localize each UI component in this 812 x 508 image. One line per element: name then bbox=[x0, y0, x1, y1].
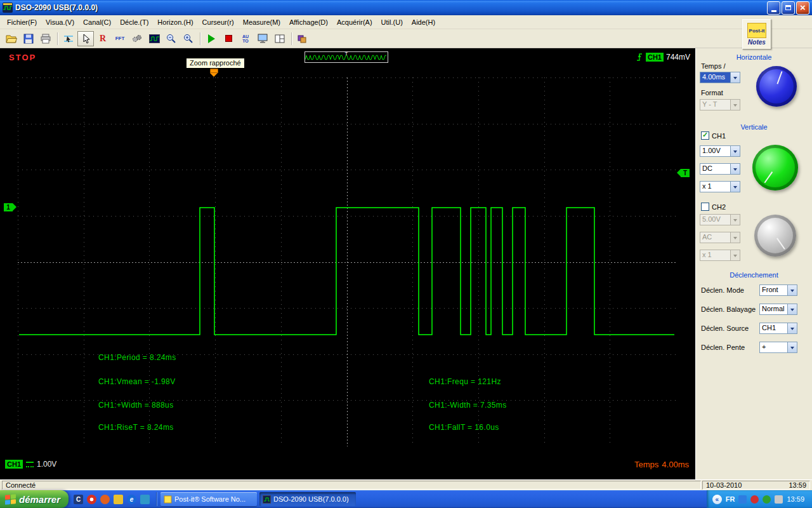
ch1-ground-marker[interactable]: 1 bbox=[4, 203, 13, 211]
menu-curseur[interactable]: Curseur(r) bbox=[198, 17, 239, 27]
taskbar: démarrer C e Post-it® Software No... DSO… bbox=[0, 490, 812, 508]
trigger-level-marker[interactable]: T bbox=[681, 169, 690, 177]
menu-decle[interactable]: Décle.(T) bbox=[115, 17, 153, 27]
task-dso[interactable]: DSO-2090 USB(7.0.0.0) bbox=[259, 492, 356, 506]
trigger-readout: CH1 744mV bbox=[636, 52, 690, 62]
ch1-checkbox[interactable] bbox=[701, 131, 709, 140]
trigger-edge-icon bbox=[636, 52, 643, 62]
scope-display bbox=[18, 77, 676, 446]
measurement-vmean: CH1:Vmean = -1.98V bbox=[98, 377, 176, 386]
quicklaunch-icon-4[interactable] bbox=[114, 495, 123, 504]
measurement-pwidth: CH1:+Width = 888us bbox=[98, 401, 174, 410]
section-horizontal: Horizontale bbox=[696, 53, 812, 61]
open-button[interactable] bbox=[3, 31, 20, 46]
fft-button[interactable]: FFT bbox=[112, 31, 128, 46]
chevron-down-icon[interactable] bbox=[787, 342, 797, 352]
ch1-probe-select[interactable]: x 1 bbox=[700, 181, 740, 192]
windows-logo-icon bbox=[5, 494, 16, 505]
menu-aide[interactable]: Aide(H) bbox=[407, 17, 440, 27]
menu-fichier[interactable]: Fichier(F) bbox=[3, 17, 41, 27]
measurement-riset: CH1:RiseT = 8.24ms bbox=[98, 423, 174, 432]
display-button[interactable] bbox=[254, 31, 271, 46]
screen: { "window": { "title": "DSO-2090 USB(7.0… bbox=[0, 0, 812, 508]
quicklaunch-icon-3[interactable] bbox=[100, 495, 110, 504]
toolbar: R FFT AUTO bbox=[0, 29, 812, 48]
section-vertical: Verticale bbox=[696, 123, 812, 131]
chevron-down-icon[interactable] bbox=[787, 285, 797, 295]
chevron-down-icon bbox=[730, 250, 740, 260]
tray-status-icon[interactable] bbox=[763, 495, 771, 504]
language-indicator[interactable]: FR bbox=[726, 495, 735, 503]
menu-util[interactable]: Util.(U) bbox=[377, 17, 407, 27]
menu-affichage[interactable]: Affichage(D) bbox=[285, 17, 332, 27]
dc-coupling-icon bbox=[26, 462, 34, 467]
save-button[interactable] bbox=[20, 31, 37, 46]
menu-measure[interactable]: Measure(M) bbox=[239, 17, 285, 27]
chevron-down-icon[interactable] bbox=[787, 323, 797, 333]
ch2-position-knob[interactable] bbox=[754, 215, 796, 257]
window-title: DSO-2090 USB(7.0.0.0) bbox=[15, 3, 766, 12]
time-per-div-select[interactable]: 4.00ms bbox=[700, 72, 740, 83]
chevron-down-icon[interactable] bbox=[730, 146, 740, 156]
quicklaunch-icon-1[interactable]: C bbox=[74, 495, 83, 504]
window-layout-button[interactable] bbox=[272, 31, 288, 46]
chevron-down-icon bbox=[730, 232, 740, 243]
ch1-volts-per-div: 1.00V bbox=[37, 460, 56, 469]
toolbar-separator bbox=[291, 32, 292, 45]
scope-grid-and-waveform bbox=[18, 77, 676, 446]
trigger-sweep-select[interactable]: Normal bbox=[759, 304, 797, 315]
chevron-down-icon bbox=[730, 215, 740, 225]
measurement-period: CH1:Period = 8.24ms bbox=[98, 353, 176, 362]
pointer-button[interactable] bbox=[77, 31, 94, 46]
tray-collapse-button[interactable]: « bbox=[712, 495, 722, 504]
menu-visua[interactable]: Visua.(V) bbox=[41, 17, 79, 27]
minimize-button[interactable] bbox=[767, 1, 780, 15]
maximize-button[interactable] bbox=[782, 1, 795, 15]
ch2-checkbox[interactable] bbox=[701, 203, 709, 211]
ch1-coupling-select[interactable]: DC bbox=[700, 163, 740, 175]
tray-volume-icon[interactable] bbox=[775, 495, 783, 504]
record-preview[interactable]: T bbox=[304, 51, 388, 63]
quicklaunch-ie-icon[interactable]: e bbox=[127, 495, 136, 504]
quicklaunch-icon-2[interactable] bbox=[87, 495, 96, 504]
postit-label: Post-it bbox=[749, 28, 765, 34]
stop-button[interactable] bbox=[220, 31, 237, 46]
ch1-position-knob[interactable] bbox=[752, 145, 798, 190]
trigger-slope-select[interactable]: + bbox=[759, 342, 797, 353]
print-button[interactable] bbox=[37, 31, 54, 46]
chevron-down-icon[interactable] bbox=[730, 182, 740, 192]
ch1-volt-select[interactable]: 1.00V bbox=[700, 145, 740, 157]
menu-horizon[interactable]: Horizon.(H) bbox=[153, 17, 197, 27]
zoom-in-button[interactable] bbox=[180, 31, 197, 46]
trigger-mode-select[interactable]: Front bbox=[759, 284, 797, 296]
scope-area: STOP T CH1 744mV Zoom rapproché 1 T CH1:… bbox=[0, 48, 695, 479]
close-button[interactable]: × bbox=[796, 1, 809, 15]
zoom-out-button[interactable] bbox=[163, 31, 180, 46]
waveform-display-button[interactable] bbox=[146, 31, 162, 46]
trigger-source-select[interactable]: CH1 bbox=[759, 323, 797, 334]
tray-network-icon[interactable] bbox=[738, 495, 747, 504]
refresh-r-button[interactable]: R bbox=[95, 31, 111, 46]
chevron-down-icon[interactable] bbox=[730, 164, 740, 174]
auto-set-button[interactable]: AUTO bbox=[237, 31, 254, 46]
postit-icon: Post-it bbox=[747, 23, 766, 38]
play-icon bbox=[208, 34, 215, 43]
chevron-down-icon[interactable] bbox=[730, 72, 740, 83]
tray-alert-icon[interactable] bbox=[750, 495, 759, 504]
chevron-down-icon[interactable] bbox=[787, 304, 797, 314]
trigger-channel-badge: CH1 bbox=[646, 53, 664, 62]
options-button[interactable] bbox=[294, 31, 311, 46]
timebase-label: Temps bbox=[634, 460, 658, 469]
measure-cursor-button[interactable] bbox=[60, 31, 77, 46]
gear-button[interactable] bbox=[129, 31, 145, 46]
task-postit[interactable]: Post-it® Software No... bbox=[160, 492, 257, 506]
postit-notes-button[interactable]: Post-it Notes bbox=[742, 19, 771, 50]
menu-acquerir[interactable]: Acquérir(A) bbox=[332, 17, 377, 27]
menu-canal[interactable]: Canal(C) bbox=[79, 17, 115, 27]
ch1-label: CH1 bbox=[712, 132, 726, 140]
start-button[interactable]: démarrer bbox=[0, 490, 69, 508]
folder-icon bbox=[6, 34, 17, 43]
quicklaunch-icon-6[interactable] bbox=[140, 495, 150, 504]
horizontal-knob[interactable] bbox=[756, 66, 797, 107]
run-button[interactable] bbox=[203, 31, 219, 46]
